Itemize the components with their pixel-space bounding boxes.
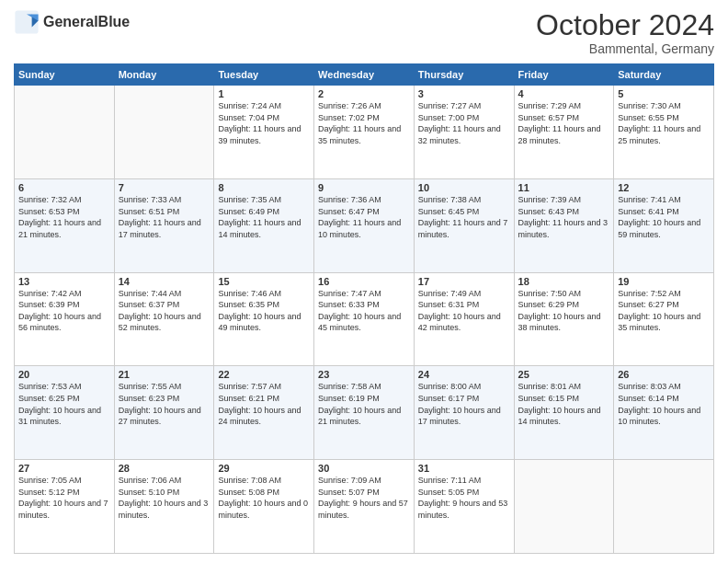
day-number: 27 — [18, 463, 110, 474]
title-area: October 2024 Bammental, Germany — [536, 9, 714, 56]
day-number: 30 — [318, 463, 410, 474]
calendar-cell: 16Sunrise: 7:47 AMSunset: 6:33 PMDayligh… — [314, 272, 415, 366]
day-number: 8 — [218, 182, 310, 193]
day-number: 3 — [418, 88, 510, 99]
day-info: Sunrise: 7:55 AMSunset: 6:23 PMDaylight:… — [119, 381, 210, 427]
calendar-cell: 29Sunrise: 7:08 AMSunset: 5:08 PMDayligh… — [214, 460, 314, 554]
calendar-cell: 13Sunrise: 7:42 AMSunset: 6:39 PMDayligh… — [15, 272, 115, 366]
day-info: Sunrise: 7:29 AMSunset: 6:57 PMDaylight:… — [518, 100, 610, 146]
day-number: 4 — [518, 88, 610, 99]
day-info: Sunrise: 7:08 AMSunset: 5:08 PMDaylight:… — [218, 475, 310, 521]
day-number: 17 — [418, 276, 510, 287]
day-number: 20 — [18, 369, 110, 380]
day-number: 6 — [18, 182, 110, 193]
day-number: 7 — [119, 182, 210, 193]
calendar-cell: 31Sunrise: 7:11 AMSunset: 5:05 PMDayligh… — [414, 460, 514, 554]
calendar-cell: 1Sunrise: 7:24 AMSunset: 7:04 PMDaylight… — [214, 86, 314, 179]
calendar-cell: 2Sunrise: 7:26 AMSunset: 7:02 PMDaylight… — [314, 86, 415, 179]
calendar-cell: 15Sunrise: 7:46 AMSunset: 6:35 PMDayligh… — [214, 272, 314, 366]
day-info: Sunrise: 7:27 AMSunset: 7:00 PMDaylight:… — [418, 100, 510, 146]
calendar-cell: 14Sunrise: 7:44 AMSunset: 6:37 PMDayligh… — [114, 272, 214, 366]
day-info: Sunrise: 7:46 AMSunset: 6:35 PMDaylight:… — [218, 288, 310, 334]
calendar-cell — [614, 460, 714, 554]
page: GeneralBlue October 2024 Bammental, Germ… — [0, 0, 728, 563]
calendar-cell — [15, 86, 115, 179]
day-info: Sunrise: 7:30 AMSunset: 6:55 PMDaylight:… — [618, 100, 710, 146]
calendar-cell: 5Sunrise: 7:30 AMSunset: 6:55 PMDaylight… — [614, 86, 714, 179]
day-info: Sunrise: 7:33 AMSunset: 6:51 PMDaylight:… — [119, 194, 210, 240]
day-number: 23 — [318, 369, 410, 380]
day-info: Sunrise: 7:05 AMSunset: 5:12 PMDaylight:… — [18, 475, 110, 521]
day-number: 26 — [618, 369, 710, 380]
column-header-wednesday: Wednesday — [314, 64, 415, 86]
column-header-monday: Monday — [114, 64, 214, 86]
calendar-cell: 7Sunrise: 7:33 AMSunset: 6:51 PMDaylight… — [114, 178, 214, 272]
day-number: 10 — [418, 182, 510, 193]
day-number: 11 — [518, 182, 610, 193]
day-info: Sunrise: 7:24 AMSunset: 7:04 PMDaylight:… — [218, 100, 310, 146]
day-number: 5 — [618, 88, 710, 99]
calendar-cell: 23Sunrise: 7:58 AMSunset: 6:19 PMDayligh… — [314, 366, 415, 460]
week-row-2: 6Sunrise: 7:32 AMSunset: 6:53 PMDaylight… — [15, 178, 714, 272]
day-number: 2 — [318, 88, 410, 99]
day-info: Sunrise: 7:41 AMSunset: 6:41 PMDaylight:… — [618, 194, 710, 240]
calendar-cell: 19Sunrise: 7:52 AMSunset: 6:27 PMDayligh… — [614, 272, 714, 366]
calendar-cell: 8Sunrise: 7:35 AMSunset: 6:49 PMDaylight… — [214, 178, 314, 272]
column-header-saturday: Saturday — [614, 64, 714, 86]
calendar-cell: 11Sunrise: 7:39 AMSunset: 6:43 PMDayligh… — [514, 178, 614, 272]
calendar-cell: 6Sunrise: 7:32 AMSunset: 6:53 PMDaylight… — [15, 178, 115, 272]
day-number: 14 — [119, 276, 210, 287]
week-row-4: 20Sunrise: 7:53 AMSunset: 6:25 PMDayligh… — [15, 366, 714, 460]
logo: GeneralBlue — [14, 9, 130, 35]
day-number: 29 — [218, 463, 310, 474]
calendar-cell: 10Sunrise: 7:38 AMSunset: 6:45 PMDayligh… — [414, 178, 514, 272]
header: GeneralBlue October 2024 Bammental, Germ… — [14, 9, 714, 56]
location: Bammental, Germany — [536, 41, 714, 56]
day-number: 15 — [218, 276, 310, 287]
calendar-cell: 20Sunrise: 7:53 AMSunset: 6:25 PMDayligh… — [15, 366, 115, 460]
week-row-5: 27Sunrise: 7:05 AMSunset: 5:12 PMDayligh… — [15, 460, 714, 554]
calendar-cell — [514, 460, 614, 554]
day-info: Sunrise: 7:47 AMSunset: 6:33 PMDaylight:… — [318, 288, 410, 334]
day-info: Sunrise: 8:01 AMSunset: 6:15 PMDaylight:… — [518, 381, 610, 427]
day-info: Sunrise: 8:03 AMSunset: 6:14 PMDaylight:… — [618, 381, 710, 427]
day-info: Sunrise: 7:06 AMSunset: 5:10 PMDaylight:… — [119, 475, 210, 521]
calendar-cell: 22Sunrise: 7:57 AMSunset: 6:21 PMDayligh… — [214, 366, 314, 460]
calendar-cell — [114, 86, 214, 179]
calendar-cell: 21Sunrise: 7:55 AMSunset: 6:23 PMDayligh… — [114, 366, 214, 460]
logo-icon — [14, 9, 40, 35]
day-number: 25 — [518, 369, 610, 380]
calendar-cell: 18Sunrise: 7:50 AMSunset: 6:29 PMDayligh… — [514, 272, 614, 366]
header-row: SundayMondayTuesdayWednesdayThursdayFrid… — [15, 64, 714, 86]
day-number: 22 — [218, 369, 310, 380]
day-info: Sunrise: 7:39 AMSunset: 6:43 PMDaylight:… — [518, 194, 610, 240]
day-info: Sunrise: 7:44 AMSunset: 6:37 PMDaylight:… — [119, 288, 210, 334]
day-number: 13 — [18, 276, 110, 287]
day-info: Sunrise: 7:09 AMSunset: 5:07 PMDaylight:… — [318, 475, 410, 521]
day-info: Sunrise: 7:26 AMSunset: 7:02 PMDaylight:… — [318, 100, 410, 146]
column-header-friday: Friday — [514, 64, 614, 86]
column-header-tuesday: Tuesday — [214, 64, 314, 86]
day-number: 24 — [418, 369, 510, 380]
day-number: 12 — [618, 182, 710, 193]
column-header-thursday: Thursday — [414, 64, 514, 86]
calendar-cell: 12Sunrise: 7:41 AMSunset: 6:41 PMDayligh… — [614, 178, 714, 272]
day-number: 19 — [618, 276, 710, 287]
day-info: Sunrise: 8:00 AMSunset: 6:17 PMDaylight:… — [418, 381, 510, 427]
week-row-3: 13Sunrise: 7:42 AMSunset: 6:39 PMDayligh… — [15, 272, 714, 366]
day-number: 16 — [318, 276, 410, 287]
day-info: Sunrise: 7:36 AMSunset: 6:47 PMDaylight:… — [318, 194, 410, 240]
day-info: Sunrise: 7:49 AMSunset: 6:31 PMDaylight:… — [418, 288, 510, 334]
day-info: Sunrise: 7:53 AMSunset: 6:25 PMDaylight:… — [18, 381, 110, 427]
day-info: Sunrise: 7:50 AMSunset: 6:29 PMDaylight:… — [518, 288, 610, 334]
day-number: 9 — [318, 182, 410, 193]
calendar: SundayMondayTuesdayWednesdayThursdayFrid… — [14, 63, 714, 554]
day-number: 28 — [119, 463, 210, 474]
calendar-cell: 17Sunrise: 7:49 AMSunset: 6:31 PMDayligh… — [414, 272, 514, 366]
day-info: Sunrise: 7:35 AMSunset: 6:49 PMDaylight:… — [218, 194, 310, 240]
day-info: Sunrise: 7:57 AMSunset: 6:21 PMDaylight:… — [218, 381, 310, 427]
month-year: October 2024 — [536, 9, 714, 41]
calendar-cell: 26Sunrise: 8:03 AMSunset: 6:14 PMDayligh… — [614, 366, 714, 460]
day-info: Sunrise: 7:32 AMSunset: 6:53 PMDaylight:… — [18, 194, 110, 240]
day-info: Sunrise: 7:11 AMSunset: 5:05 PMDaylight:… — [418, 475, 510, 521]
